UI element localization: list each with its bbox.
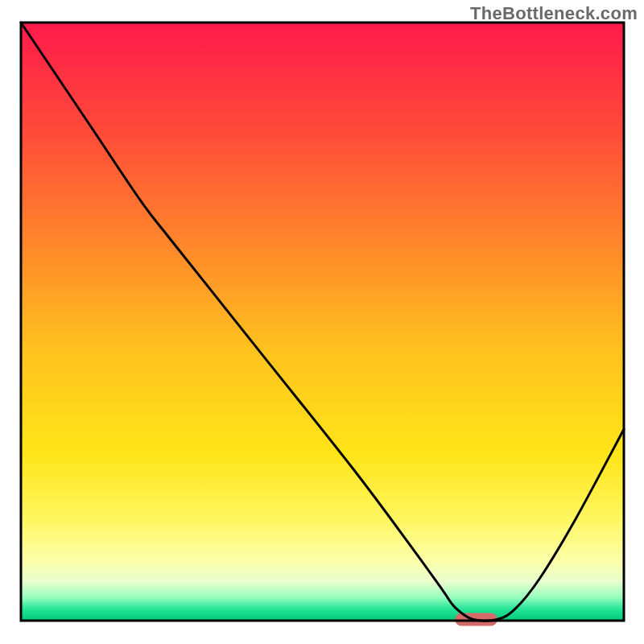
plot-background [21,23,624,621]
bottleneck-chart: TheBottleneck.com [0,0,644,644]
chart-svg [0,0,644,644]
watermark-text: TheBottleneck.com [470,3,638,24]
